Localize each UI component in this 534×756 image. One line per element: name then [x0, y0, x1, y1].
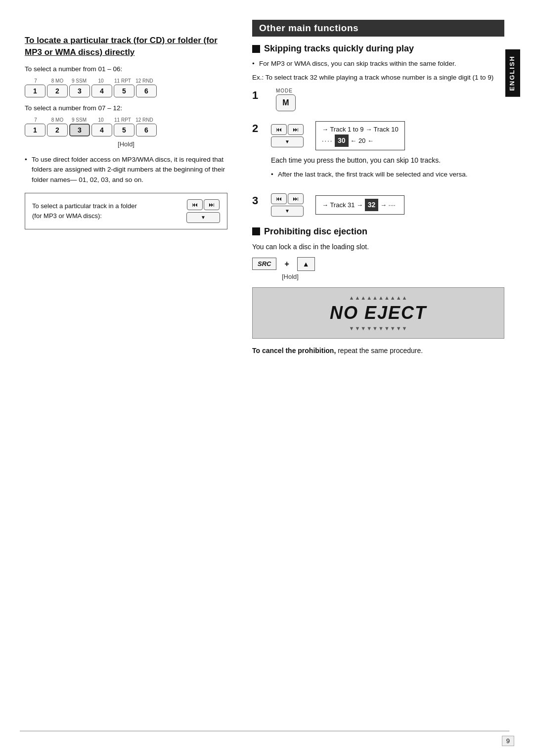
ex-text: Ex.: To select track 32 while playing a … [252, 73, 504, 83]
num-btn-2[interactable]: 2 [47, 85, 68, 97]
label-9ssm: 9 SSM [68, 78, 90, 84]
num-btn-hold-3[interactable]: 3 [69, 124, 90, 136]
eject-button[interactable]: ▲ [297, 257, 315, 271]
step-num-1: 1 [252, 89, 267, 102]
after-step2: Each time you press the button, you can … [271, 155, 504, 179]
no-eject-arrows-top: ▲▲▲▲▲▲▲▲▲▲ [263, 295, 494, 301]
mode-block: MODE M [276, 88, 504, 111]
nav-bottom-row: ▼ [186, 212, 220, 223]
step-2-content: ⏮ ⏭ ▼ → Track 1 to 9 → Track 10 [271, 121, 504, 183]
step3-prev-btn[interactable]: ⏮ [271, 193, 287, 204]
prohibiting-disc-label: Prohibiting disc ejection [264, 226, 367, 237]
folder-box-line1: To select a particular track in a folder [32, 202, 137, 210]
hold-label: [Hold] [25, 140, 227, 148]
step3-track-display: → Track 31 → 32 → ···· [315, 195, 404, 214]
step3-nav-cluster: ⏮ ⏭ ▼ [271, 193, 304, 217]
skipping-tracks-label: Skipping tracks quickly during play [264, 44, 414, 54]
track-31-dots: → ···· [380, 201, 396, 209]
track-highlight-32: 32 [365, 199, 379, 211]
label2-10: 10 [90, 117, 112, 123]
step-2: 2 ⏮ ⏭ ▼ [252, 121, 504, 183]
page-number: 9 [502, 736, 514, 746]
label2-11rpt: 11 RPT [112, 117, 134, 123]
step2-nav-bottom: ▼ [271, 136, 304, 147]
num-btn-1[interactable]: 1 [25, 85, 45, 97]
black-square-icon [252, 45, 260, 53]
nav-prev-btn[interactable]: ⏮ [187, 199, 203, 210]
plus-sign: + [284, 260, 289, 268]
step3-nav-bottom: ▼ [271, 206, 304, 217]
skip-10-text: Each time you press the button, you can … [271, 155, 504, 166]
left-column: To locate a particular track (for CD) or… [0, 20, 242, 736]
step-num-2: 2 [252, 122, 267, 135]
track-highlight-30: 30 [335, 134, 349, 146]
step3-row: ⏮ ⏭ ▼ → Track 31 → 32 → · [271, 193, 504, 217]
cancel-rest: repeat the same procedure. [338, 347, 423, 355]
label2-12rnd: 12 RND [134, 117, 155, 123]
step2-nav-top: ⏮ ⏭ [271, 124, 304, 135]
step2-down-btn[interactable]: ▼ [271, 136, 304, 147]
label2-8mo: 8 MO [46, 117, 68, 123]
m-button[interactable]: M [276, 94, 296, 111]
step-3-content: ⏮ ⏭ ▼ → Track 31 → 32 → · [271, 193, 504, 217]
disc-eject-row: SRC + ▲ [252, 257, 504, 271]
step3-nav-top: ⏮ ⏭ [271, 193, 304, 204]
label-10: 10 [90, 78, 112, 84]
src-button[interactable]: SRC [252, 258, 276, 270]
label-12rnd: 12 RND [134, 78, 155, 84]
number-row-1: 1 2 3 4 5 6 [25, 85, 227, 97]
english-tab: ENGLISH [505, 49, 520, 97]
step2-row: ⏮ ⏭ ▼ → Track 1 to 9 → Track 10 [271, 121, 504, 150]
main-section-header: Other main functions [252, 20, 504, 37]
skipping-tracks-header: Skipping tracks quickly during play [252, 44, 504, 54]
label2-7: 7 [25, 117, 46, 123]
mode-label: MODE [276, 88, 293, 93]
num-labels-row1: 7 8 MO 9 SSM 10 11 RPT 12 RND [25, 78, 227, 84]
num-btn-4[interactable]: 4 [91, 85, 112, 97]
cancel-bold: To cancel the prohibition, [252, 347, 336, 355]
label-7: 7 [25, 78, 46, 84]
track-line2: ···· 30 ← 20 ← [322, 134, 399, 146]
select-07-12-label: To select a number from 07 – 12: [25, 103, 227, 113]
num-btn-3[interactable]: 3 [69, 85, 90, 97]
nav-down-btn[interactable]: ▼ [186, 212, 220, 223]
cancel-text: To cancel the prohibition, repeat the sa… [252, 346, 504, 356]
num-btn-6[interactable]: 6 [136, 85, 157, 97]
nav-cluster: ⏮ ⏭ ▼ [186, 199, 220, 223]
step2-prev-btn[interactable]: ⏮ [271, 124, 287, 135]
step-3: 3 ⏮ ⏭ ▼ [252, 193, 504, 217]
step3-down-btn[interactable]: ▼ [271, 206, 304, 217]
select-01-06-label: To select a number from 01 – 06: [25, 64, 227, 74]
skipping-bullet1: For MP3 or WMA discs, you can skip track… [252, 59, 504, 69]
step2-track-display: → Track 1 to 9 → Track 10 ···· 30 ← 20 ← [315, 121, 405, 150]
step-1-content: MODE M [271, 88, 504, 111]
bullet-folder-access: To use direct folder access on MP3/WMA d… [25, 155, 227, 185]
track-line1: → Track 1 to 9 → Track 10 [322, 125, 399, 135]
step-num-3: 3 [252, 194, 267, 207]
step2-nav-cluster: ⏮ ⏭ ▼ [271, 124, 304, 147]
num-btn-hold-2[interactable]: 2 [47, 124, 68, 136]
track-dots-step2: ···· [322, 137, 333, 144]
num-btn-hold-4[interactable]: 4 [91, 124, 112, 136]
page: To locate a particular track (for CD) or… [0, 0, 534, 756]
black-square-icon-2 [252, 227, 260, 235]
number-row-2: 1 2 3 4 5 6 [25, 124, 227, 136]
nav-next-btn[interactable]: ⏭ [204, 199, 220, 210]
num-btn-hold-6[interactable]: 6 [136, 124, 157, 136]
label2-9ssm: 9 SSM [68, 117, 90, 123]
step3-next-btn[interactable]: ⏭ [288, 193, 304, 204]
no-eject-box: ▲▲▲▲▲▲▲▲▲▲ NO EJECT ▼▼▼▼▼▼▼▼▼▼ [252, 287, 504, 339]
step2-next-btn[interactable]: ⏭ [288, 124, 304, 135]
disc-lock-text: You can lock a disc in the loading slot. [252, 242, 504, 252]
num-btn-hold-5[interactable]: 5 [114, 124, 134, 136]
prohibiting-disc-header: Prohibiting disc ejection [252, 226, 504, 237]
num-btn-hold-1[interactable]: 1 [25, 124, 45, 136]
label-11rpt: 11 RPT [112, 78, 134, 84]
right-column: ENGLISH Other main functions Skipping tr… [242, 20, 519, 736]
num-btn-5[interactable]: 5 [114, 85, 134, 97]
no-eject-arrows-bottom: ▼▼▼▼▼▼▼▼▼▼ [263, 325, 494, 331]
last-track-bullet: After the last track, the first track wi… [271, 170, 504, 179]
track-31-label: → Track 31 → [322, 201, 365, 209]
folder-box-text: To select a particular track in a folder… [32, 201, 137, 221]
folder-box: To select a particular track in a folder… [25, 193, 227, 229]
